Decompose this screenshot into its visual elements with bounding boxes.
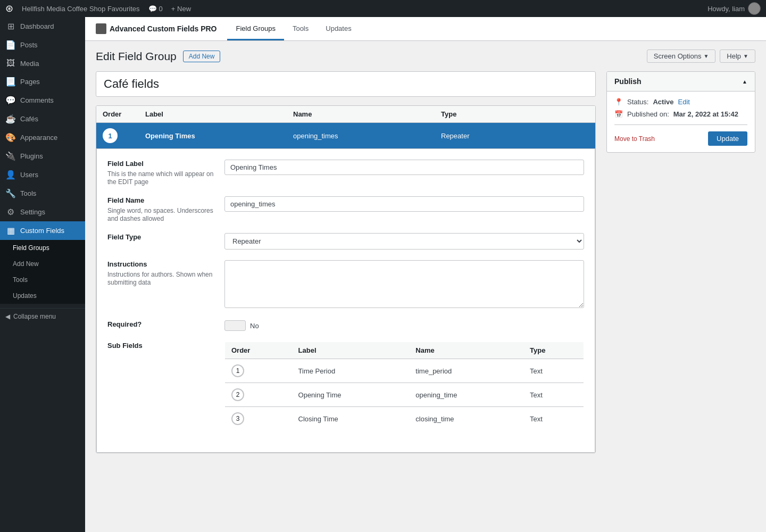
- instructions-textarea[interactable]: [224, 260, 584, 308]
- sub-field-label[interactable]: Opening Time: [292, 383, 410, 407]
- col-label: Label: [145, 110, 293, 118]
- chevron-down-icon: ▼: [703, 53, 709, 59]
- tools-label: Tools: [13, 276, 28, 284]
- plugin-tabs: Field Groups Tools Updates: [227, 18, 360, 40]
- instructions-row: Instructions Instructions for authors. S…: [107, 260, 584, 310]
- sidebar-item-pages[interactable]: 📃 Pages: [0, 72, 85, 91]
- update-button[interactable]: Update: [708, 131, 747, 146]
- sidebar-item-label: Users: [20, 171, 38, 179]
- wp-logo-icon[interactable]: ⊛: [5, 3, 13, 14]
- publish-box-body: 📍 Status: Active Edit 📅 Published on: Ma…: [607, 92, 755, 152]
- cafes-icon: ☕: [5, 114, 16, 124]
- howdy-text: Howdy, liam: [707, 2, 761, 15]
- sub-col-order: Order: [225, 342, 292, 359]
- media-icon: 🖼: [5, 59, 16, 68]
- site-name[interactable]: Hellfish Media Coffee Shop Favourites: [22, 5, 140, 13]
- posts-icon: 📄: [5, 40, 16, 50]
- add-new-button[interactable]: Add New: [183, 51, 221, 62]
- field-row[interactable]: 1 Opening Times opening_times Repeater: [96, 123, 595, 149]
- fields-table: Order Label Name Type 1 Opening Times op…: [96, 105, 596, 453]
- sub-order-badge: 3: [231, 412, 244, 425]
- sub-field-row[interactable]: 2 Opening Time opening_time Text: [225, 383, 584, 407]
- sub-field-row[interactable]: 3 Closing Time closing_time Text: [225, 407, 584, 431]
- status-edit-link[interactable]: Edit: [678, 98, 690, 106]
- field-type-row: Field Type Repeater Text Textarea Number…: [107, 233, 584, 250]
- published-date: Mar 2, 2022 at 15:42: [673, 110, 738, 118]
- comments-link[interactable]: 💬 0: [148, 5, 163, 13]
- sidebar-item-label: Media: [20, 60, 39, 68]
- col-order: Order: [103, 110, 145, 118]
- publish-collapse-icon[interactable]: ▲: [742, 79, 747, 85]
- sidebar-menu: ⊞ Dashboard 📄 Posts 🖼 Media 📃 Pages 💬 Co…: [0, 17, 85, 304]
- field-name-title: Field Name: [107, 196, 214, 204]
- avatar[interactable]: [748, 2, 761, 15]
- required-toggle-button[interactable]: [224, 320, 246, 331]
- status-value: Active: [653, 98, 673, 106]
- publish-status: 📍 Status: Active Edit: [614, 98, 747, 106]
- sidebar-item-custom-fields[interactable]: ▦ Custom Fields: [0, 221, 85, 240]
- sidebar-submenu-updates[interactable]: Updates: [0, 288, 85, 304]
- publish-box: Publish ▲ 📍 Status: Active Edit 📅 Publis…: [606, 71, 755, 153]
- field-group-name-input[interactable]: [96, 71, 596, 97]
- field-label-input[interactable]: [224, 160, 584, 175]
- sidebar-item-dashboard[interactable]: ⊞ Dashboard: [0, 17, 85, 36]
- sidebar-item-label: Posts: [20, 41, 38, 49]
- main-wrap: Advanced Custom Fields PRO Field Groups …: [85, 17, 766, 464]
- sidebar-item-label: Pages: [20, 78, 40, 86]
- required-row: Required? No: [107, 320, 584, 331]
- comments-icon: 💬: [5, 95, 16, 105]
- sidebar-item-settings[interactable]: ⚙ Settings: [0, 203, 85, 221]
- sub-field-label[interactable]: Closing Time: [292, 407, 410, 431]
- instructions-title: Instructions: [107, 260, 214, 268]
- admin-bar: ⊛ Hellfish Media Coffee Shop Favourites …: [0, 0, 766, 17]
- field-order-badge: 1: [103, 128, 118, 143]
- sidebar-item-comments[interactable]: 💬 Comments: [0, 91, 85, 110]
- sidebar-submenu-tools[interactable]: Tools: [0, 272, 85, 288]
- move-to-trash-link[interactable]: Move to Trash: [614, 135, 655, 143]
- appearance-icon: 🎨: [5, 132, 16, 143]
- help-button[interactable]: Help ▼: [720, 49, 755, 63]
- sidebar-submenu-field-groups[interactable]: Field Groups: [0, 240, 85, 256]
- required-toggle: No: [224, 320, 584, 331]
- sidebar-item-appearance[interactable]: 🎨 Appearance: [0, 128, 85, 147]
- side-content: Publish ▲ 📍 Status: Active Edit 📅 Publis…: [606, 71, 755, 453]
- sub-field-type: Text: [523, 383, 584, 407]
- updates-label: Updates: [13, 292, 37, 300]
- col-name: Name: [293, 110, 441, 118]
- collapse-menu[interactable]: ◀ Collapse menu: [0, 308, 85, 325]
- edit-panel: Field Label This is the name which will …: [96, 149, 595, 453]
- new-menu[interactable]: + New: [171, 5, 191, 13]
- page-title: Edit Field Group: [96, 50, 177, 63]
- sidebar-item-label: Custom Fields: [20, 227, 64, 235]
- sub-col-type: Type: [523, 342, 584, 359]
- sidebar-item-media[interactable]: 🖼 Media: [0, 54, 85, 72]
- tab-field-groups[interactable]: Field Groups: [227, 18, 284, 40]
- sub-field-name: time_period: [409, 359, 523, 383]
- custom-fields-icon: ▦: [5, 226, 16, 236]
- col-type: Type: [441, 110, 589, 118]
- sidebar-item-tools[interactable]: 🔧 Tools: [0, 184, 85, 203]
- screen-options-button[interactable]: Screen Options ▼: [647, 49, 716, 63]
- comment-icon: 💬: [148, 5, 157, 13]
- field-type-select[interactable]: Repeater Text Textarea Number Email URL …: [224, 233, 584, 250]
- sub-fields-row: Sub Fields Order Label Name Type: [107, 342, 584, 431]
- sub-field-label[interactable]: Time Period: [292, 359, 410, 383]
- field-name-input[interactable]: [224, 196, 584, 212]
- publish-date: 📅 Published on: Mar 2, 2022 at 15:42: [614, 110, 747, 118]
- sub-field-row[interactable]: 1 Time Period time_period Text: [225, 359, 584, 383]
- sidebar-item-users[interactable]: 👤 Users: [0, 165, 85, 184]
- sub-field-name: closing_time: [409, 407, 523, 431]
- fields-table-header: Order Label Name Type: [96, 106, 595, 123]
- field-name-desc: Single word, no spaces. Underscores and …: [107, 207, 213, 222]
- status-label: Status:: [627, 98, 648, 106]
- dashboard-icon: ⊞: [5, 21, 16, 31]
- tab-tools[interactable]: Tools: [284, 18, 317, 40]
- sidebar-item-plugins[interactable]: 🔌 Plugins: [0, 147, 85, 165]
- plugin-logo-icon: [96, 23, 106, 34]
- sidebar-item-posts[interactable]: 📄 Posts: [0, 36, 85, 54]
- users-icon: 👤: [5, 170, 16, 180]
- tab-updates[interactable]: Updates: [317, 18, 360, 40]
- sidebar-item-cafes[interactable]: ☕ Cafés: [0, 110, 85, 128]
- sidebar-submenu-add-new[interactable]: Add New: [0, 256, 85, 272]
- status-icon: 📍: [614, 98, 623, 106]
